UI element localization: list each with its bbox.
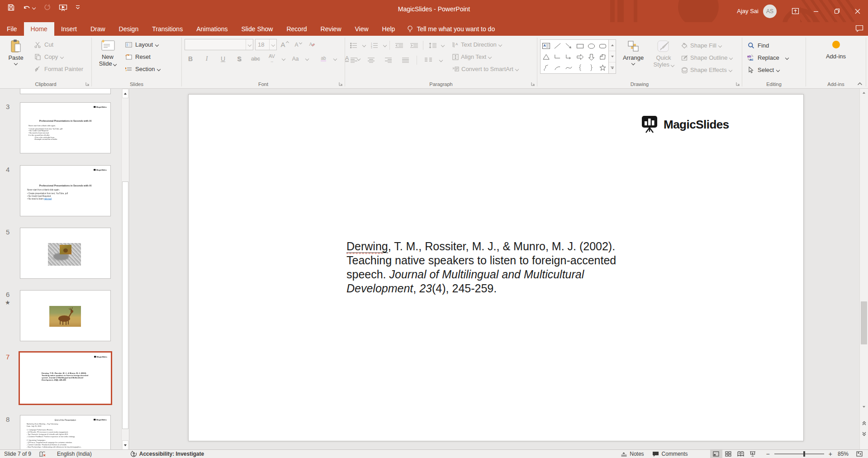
align-center-button[interactable] [365,55,377,66]
convert-to-smartart-button[interactable]: Convert to SmartArt [452,63,518,75]
bullets-button[interactable] [348,40,360,51]
tab-review[interactable]: Review [314,22,348,36]
tab-help[interactable]: Help [375,22,402,36]
scroll-down-button[interactable] [860,403,868,411]
shapes-gallery[interactable]: A [540,39,609,74]
highlight-color-button[interactable]: ab [318,53,329,64]
user-name[interactable]: Ajay Sai [737,8,759,14]
next-slide-button[interactable] [860,430,868,438]
arrange-button[interactable]: Arrange [620,40,647,65]
tab-insert[interactable]: Insert [54,22,84,36]
tab-design[interactable]: Design [112,22,146,36]
font-name-combobox[interactable] [185,39,253,50]
italic-button[interactable]: I [201,53,213,64]
tab-view[interactable]: View [348,22,375,36]
notes-toggle[interactable]: Notes [617,450,648,458]
slide-7-thumbnail[interactable]: MagicSlides Derwing, T. M., Rossiter, M.… [20,353,111,404]
character-spacing-button[interactable]: AV↔ [266,53,278,64]
layout-button[interactable]: Layout [124,39,160,50]
decrease-font-size-button[interactable]: A [292,39,304,50]
restore-button[interactable] [826,0,847,22]
font-dialog-launcher[interactable] [339,82,343,86]
text-shadow-button[interactable]: S [233,53,245,64]
quick-styles-button[interactable]: Quick Styles [650,40,677,68]
tab-home[interactable]: Home [24,22,54,36]
shape-textbox-icon[interactable]: A [542,42,550,50]
text-direction-button[interactable]: A Text Direction [452,39,518,50]
tab-file[interactable]: File [0,22,24,36]
underline-button[interactable]: U [217,53,229,64]
shape-star-icon[interactable] [598,64,607,72]
find-button[interactable]: Find [747,40,788,51]
comments-toggle[interactable]: Comments [648,450,692,458]
paste-button[interactable]: Paste [3,39,29,65]
bold-button[interactable]: B [185,53,196,64]
select-button[interactable]: Select [747,64,788,76]
numbering-button[interactable]: 123 [369,40,380,51]
decrease-indent-button[interactable] [393,40,405,51]
shape-fill-button[interactable]: Shape Fill [681,40,732,51]
justify-button[interactable] [399,55,411,66]
new-slide-button[interactable]: New Slide [95,39,121,67]
align-text-button[interactable]: Align Text [452,51,518,62]
comments-bubble-icon[interactable] [855,25,863,32]
shapes-gallery-scrollbar[interactable] [609,39,616,74]
shape-rounded-rectangle-icon[interactable] [598,42,607,50]
zoom-in-button[interactable]: + [828,450,833,458]
undo-button[interactable] [23,5,35,11]
format-painter-button[interactable]: Format Painter [33,63,83,75]
tab-animations[interactable]: Animations [190,22,234,36]
reading-view-button[interactable] [735,450,747,458]
shape-oval-icon[interactable] [587,42,596,50]
gallery-scroll-up-icon[interactable] [609,40,616,51]
slide-5-thumbnail[interactable] [20,228,111,279]
ribbon-display-options-button[interactable] [785,0,806,22]
section-button[interactable]: Section [124,63,160,75]
scrollbar-thumb[interactable] [861,301,867,344]
align-left-button[interactable] [348,55,360,66]
slide-sorter-view-button[interactable] [722,450,735,458]
spell-check-button[interactable] [35,450,50,458]
panel-scroll-up-button[interactable] [122,89,128,98]
shape-rectangle-icon[interactable] [576,42,584,50]
reset-button[interactable]: Reset [124,51,160,62]
increase-font-size-button[interactable]: A [279,39,290,50]
scroll-up-button[interactable] [860,89,868,97]
tab-slide-show[interactable]: Slide Show [234,22,280,36]
citation-text[interactable]: Derwing, T. M., Rossiter, M. J., & Munro… [346,239,631,296]
close-button[interactable] [847,0,868,22]
panel-scroll-down-button[interactable] [122,440,128,450]
zoom-slider-thumb[interactable] [803,451,805,457]
gallery-scroll-down-icon[interactable] [609,51,616,62]
tell-me-box[interactable]: Tell me what you want to do [402,22,500,36]
current-slide[interactable]: MagicSlides Derwing, T. M., Rossiter, M.… [188,94,804,441]
font-size-combobox[interactable]: 18 [255,39,277,50]
previous-slide-button[interactable] [860,419,868,427]
redo-button[interactable] [43,4,51,11]
slide-8-thumbnail[interactable]: MagicSlides End of the Presentation Mark… [20,415,111,450]
shape-curve-icon[interactable] [564,64,573,72]
accessibility-checker[interactable]: Accessibility: Investigate [127,450,208,458]
zoom-slider[interactable] [774,453,824,454]
shape-elbow-arrow-connector-icon[interactable] [564,53,573,61]
customize-qat-button[interactable] [76,5,80,10]
shape-arc-icon[interactable] [553,64,562,72]
zoom-level[interactable]: 85% [833,450,853,458]
clipboard-dialog-launcher[interactable] [85,82,90,86]
shape-left-brace-icon[interactable] [576,64,584,72]
gallery-more-icon[interactable] [609,62,616,73]
increase-indent-button[interactable] [408,40,420,51]
slide-3-thumbnail[interactable]: MagicSlides Professional Presentations i… [20,102,111,153]
slide-6-thumbnail[interactable] [20,290,111,341]
shape-arrow-icon[interactable] [564,42,573,50]
minimize-button[interactable] [806,0,826,22]
slide-2-thumbnail-partial[interactable] [20,89,111,94]
shape-right-arrow-icon[interactable] [576,53,584,61]
drawing-dialog-launcher[interactable] [736,82,740,86]
shape-freeform-icon[interactable] [598,53,607,61]
collapse-ribbon-button[interactable] [857,82,863,86]
shape-elbow-connector-icon[interactable] [553,53,562,61]
paragraph-dialog-launcher[interactable] [531,82,536,86]
shape-outline-button[interactable]: Shape Outline [681,52,732,63]
replace-button[interactable]: abac Replace [747,52,788,63]
